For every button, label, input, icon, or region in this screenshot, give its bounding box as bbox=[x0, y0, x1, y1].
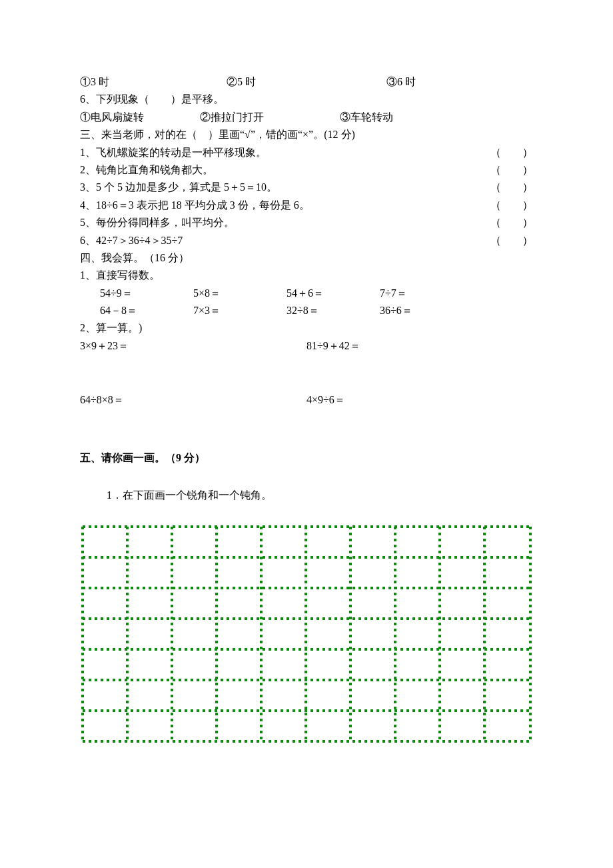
section-4-title: 四、我会算。（16 分） bbox=[80, 249, 533, 267]
tf-5: 5、每份分得同样多，叫平均分。 （ ） bbox=[80, 214, 533, 231]
calc-1-4: 7÷7＝ bbox=[380, 285, 473, 302]
q5-opt-2: ②5 时 bbox=[227, 73, 386, 91]
tf-3-paren: （ ） bbox=[490, 179, 533, 196]
calc-pair-1-r: 81÷9＋42＝ bbox=[306, 337, 533, 355]
grid-svg bbox=[80, 524, 533, 744]
tf-3: 3、5 个 5 边加是多少，算式是 5＋5＝10。 （ ） bbox=[80, 179, 533, 196]
tf-2-text: 2、钝角比直角和锐角都大。 bbox=[80, 161, 490, 179]
calc-2-2: 7×3＝ bbox=[193, 302, 287, 319]
tf-2-paren: （ ） bbox=[490, 161, 533, 179]
tf-4: 4、18÷6＝3 表示把 18 平均分成 3 份，每份是 6。 （ ） bbox=[80, 197, 533, 214]
q6-opt-1: ①电风扇旋转 bbox=[80, 109, 200, 126]
calc-pair-2-l: 64÷8×8＝ bbox=[80, 391, 306, 409]
calc-pair-2-r: 4×9÷6＝ bbox=[306, 391, 533, 409]
q6-opt-3: ③车轮转动 bbox=[340, 109, 533, 126]
q6-options: ①电风扇旋转 ②推拉门打开 ③车轮转动 bbox=[80, 109, 533, 126]
calc-1-3: 54＋6＝ bbox=[287, 285, 380, 302]
section-4-sub2: 2、算一算。) bbox=[80, 319, 533, 337]
calc-row-1: 54÷9＝ 5×8＝ 54＋6＝ 7÷7＝ bbox=[80, 285, 533, 302]
calc-pair-1-l: 3×9＋23＝ bbox=[80, 337, 306, 355]
calc-1-1: 54÷9＝ bbox=[100, 285, 193, 302]
calc-2-3: 32÷8＝ bbox=[287, 302, 380, 319]
section-5-title: 五、请你画一画。（9 分） bbox=[80, 449, 533, 467]
calc-1-2: 5×8＝ bbox=[193, 285, 287, 302]
tf-5-paren: （ ） bbox=[490, 214, 533, 231]
tf-1-paren: （ ） bbox=[490, 144, 533, 161]
tf-6-paren: （ ） bbox=[424, 232, 533, 249]
tf-1-text: 1、飞机螺旋桨的转动是一种平移现象。 bbox=[80, 144, 490, 161]
q6-opt-2: ②推拉门打开 bbox=[200, 109, 340, 126]
tf-5-text: 5、每份分得同样多，叫平均分。 bbox=[80, 214, 490, 231]
tf-3-text: 3、5 个 5 边加是多少，算式是 5＋5＝10。 bbox=[80, 179, 490, 196]
section-4-sub1: 1、直接写得数。 bbox=[80, 267, 533, 284]
calc-row-2: 64－8＝ 7×3＝ 32÷8＝ 36÷6＝ bbox=[80, 302, 533, 319]
q6-text: 6、下列现象（ ）是平移。 bbox=[80, 91, 533, 108]
drawing-grid bbox=[80, 524, 533, 744]
calc-2-1: 64－8＝ bbox=[100, 302, 193, 319]
tf-6: 6、42÷7＞36÷4＞35÷7 （ ） bbox=[80, 232, 533, 249]
q5-opt-3: ③6 时 bbox=[386, 73, 533, 91]
calc-2-4: 36÷6＝ bbox=[380, 302, 473, 319]
q5-opt-1: ①3 时 bbox=[80, 73, 227, 91]
q5-options: ①3 时 ②5 时 ③6 时 bbox=[80, 73, 533, 91]
calc-pair-2: 64÷8×8＝ 4×9÷6＝ bbox=[80, 391, 533, 409]
tf-1: 1、飞机螺旋桨的转动是一种平移现象。 （ ） bbox=[80, 144, 533, 161]
section-3-title: 三、来当老师，对的在（ ）里画“√”，错的画“×”。(12 分) bbox=[80, 126, 533, 143]
calc-pair-1: 3×9＋23＝ 81÷9＋42＝ bbox=[80, 337, 533, 355]
tf-2: 2、钝角比直角和锐角都大。 （ ） bbox=[80, 161, 533, 179]
tf-4-text: 4、18÷6＝3 表示把 18 平均分成 3 份，每份是 6。 bbox=[80, 197, 490, 214]
tf-4-paren: （ ） bbox=[490, 197, 533, 214]
tf-6-text: 6、42÷7＞36÷4＞35÷7 bbox=[80, 232, 424, 249]
section-5-sub1: 1．在下面画一个锐角和一个钝角。 bbox=[80, 487, 533, 504]
